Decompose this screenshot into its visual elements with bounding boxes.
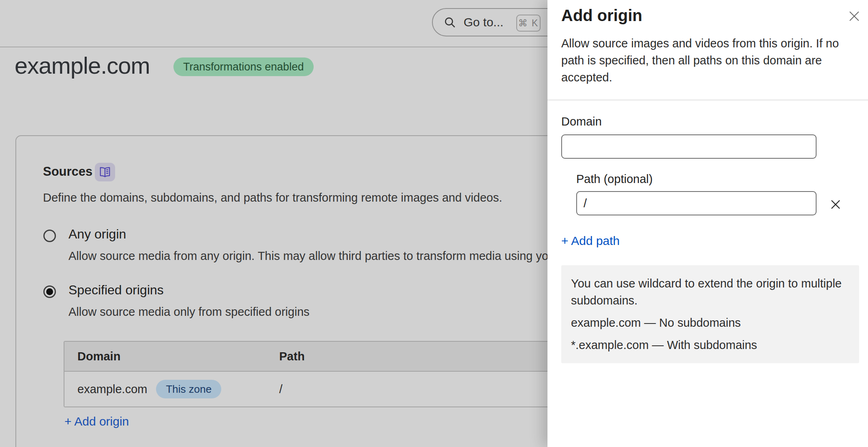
panel-divider [547,100,868,100]
add-path-link[interactable]: + Add path [561,234,620,248]
wildcard-info-box: You can use wildcard to extend the origi… [561,265,859,363]
remove-path-icon [829,198,842,211]
no-subdomains-example: example.com — No subdomains [571,314,849,331]
app-window: Go to... ⌘ K example.com Transformations… [0,0,868,447]
with-subdomains-example: *.example.com — With subdomains [571,336,849,353]
domain-field[interactable] [561,134,817,159]
wildcard-hint-text: You can use wildcard to extend the origi… [571,275,849,309]
panel-title: Add origin [561,6,642,25]
path-field-label: Path (optional) [576,172,653,186]
add-origin-panel: Add origin Allow source images and video… [547,0,868,447]
panel-description: Allow source images and videos from this… [561,35,855,86]
path-field[interactable] [576,191,817,215]
domain-field-label: Domain [561,115,602,128]
close-icon [847,9,862,23]
close-button[interactable] [846,8,862,24]
remove-path-button[interactable] [827,196,844,213]
